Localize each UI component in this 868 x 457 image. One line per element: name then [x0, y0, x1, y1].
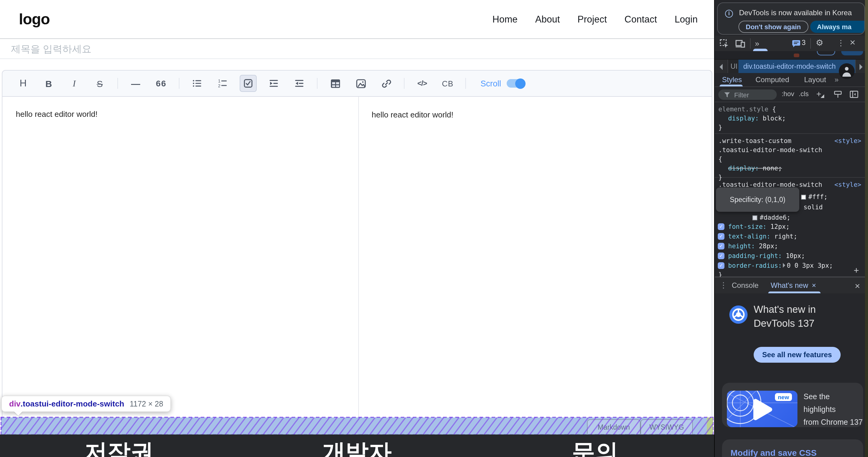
css-property-name[interactable]: height:	[728, 242, 755, 249]
nav-about[interactable]: About	[535, 14, 560, 25]
breadcrumb-selected-element[interactable]: div.toastui-editor-mode-switch	[738, 60, 855, 73]
highlights-card-text: See the highlights from Chrome 137	[804, 391, 863, 427]
title-input[interactable]	[0, 39, 714, 58]
link-button[interactable]	[378, 75, 395, 92]
chevron-right-icon	[859, 64, 862, 70]
strikethrough-button[interactable]: S	[91, 75, 108, 92]
bullet-list-button[interactable]	[189, 75, 206, 92]
highlights-card: new See the highlights from Chrome 137	[722, 383, 863, 427]
breadcrumb-back-button[interactable]	[715, 60, 728, 73]
image-button[interactable]	[352, 75, 369, 92]
italic-button[interactable]: I	[66, 75, 83, 92]
tab-layout[interactable]: Layout	[804, 73, 826, 86]
drawer-menu-icon[interactable]: ⋮	[720, 280, 727, 290]
css-property-value[interactable]: 0 0 3px 3px;	[787, 262, 833, 269]
console-messages-icon[interactable]	[792, 39, 801, 49]
task-list-button[interactable]	[240, 75, 257, 92]
color-swatch[interactable]	[801, 195, 806, 200]
devtools-menu-icon[interactable]: ⋮	[837, 38, 845, 48]
toggle-element-classes-button[interactable]: .cls	[799, 90, 809, 97]
more-panel-tabs-icon[interactable]: »	[835, 73, 838, 86]
css-property-name[interactable]: text-align:	[728, 233, 770, 240]
video-thumbnail[interactable]: new	[727, 391, 798, 427]
mode-tab-markdown[interactable]: Markdown	[587, 419, 641, 434]
rule-selector-line[interactable]: .write-toast-custom	[718, 137, 792, 144]
rule-selector-line[interactable]: .toastui-editor-mode-switch	[718, 181, 822, 188]
rendering-emulation-icon[interactable]	[834, 91, 842, 100]
markdown-editor-text[interactable]: hello react editor world!	[16, 110, 98, 119]
css-property-value[interactable]: block;	[763, 114, 786, 122]
css-property-name[interactable]: padding-right:	[728, 252, 782, 259]
css-property-name[interactable]: font-size:	[728, 223, 767, 230]
devtools-toolbar: » 3 ⚙ ⋮ ×	[715, 36, 865, 51]
rule-selector-line[interactable]: .toastui-editor-mode-switch	[718, 146, 822, 153]
always-match-button[interactable]: Always ma	[810, 21, 865, 33]
mode-tab-wysiwyg-label: WYSIWYG	[649, 423, 684, 430]
close-devtools-icon[interactable]: ×	[850, 37, 856, 48]
color-swatch[interactable]	[752, 215, 757, 220]
close-drawer-icon[interactable]: ×	[855, 278, 860, 294]
see-all-new-features-button[interactable]: See all new features	[754, 347, 840, 363]
horizontal-rule-button[interactable]: —	[127, 75, 144, 92]
breadcrumb-forward-button[interactable]	[855, 60, 865, 73]
property-enabled-checkbox[interactable]: ✓	[718, 223, 724, 230]
css-property-row: ✓ font-size: 12px;	[718, 222, 789, 231]
partial-property-border: solid	[804, 203, 823, 212]
site-header: logo Home About Project Contact Login	[0, 0, 714, 39]
outdent-button[interactable]	[291, 75, 308, 92]
css-property-value[interactable]: 10px;	[786, 252, 805, 259]
inline-rule-selector[interactable]: element.style	[718, 105, 768, 113]
css-property-name[interactable]: border-radius:	[728, 262, 782, 269]
bold-button[interactable]: B	[40, 75, 57, 92]
inline-code-button[interactable]: </>	[414, 75, 431, 92]
dont-show-again-button[interactable]: Don't show again	[738, 21, 808, 33]
css-property-value[interactable]: right;	[774, 233, 798, 240]
blockquote-button[interactable]: 66	[153, 75, 170, 92]
outdent-icon	[294, 79, 304, 88]
code-block-button[interactable]: CB	[439, 75, 456, 92]
heading-button[interactable]: H	[14, 75, 32, 92]
breadcrumb-previous-fragment[interactable]: UI	[731, 60, 738, 73]
desktop-wallpaper-edge	[865, 0, 868, 457]
css-property-row: ✓ height: 28px;	[718, 242, 778, 251]
site-logo[interactable]: logo	[19, 10, 50, 28]
close-tab-icon[interactable]: ×	[812, 277, 816, 293]
css-property-value[interactable]: 12px;	[770, 223, 789, 230]
indent-button[interactable]	[265, 75, 282, 92]
css-property-value[interactable]: none;	[763, 164, 782, 172]
new-style-rule-button[interactable]: +	[816, 89, 821, 99]
inspect-element-icon[interactable]	[720, 39, 729, 50]
indent-icon	[269, 79, 279, 88]
nav-project[interactable]: Project	[578, 14, 607, 25]
device-toolbar-icon[interactable]	[735, 39, 745, 50]
editor-toolbar: H B I S — 66 12	[2, 70, 712, 97]
add-property-button[interactable]: +	[854, 266, 859, 275]
property-enabled-checkbox[interactable]: ✓	[718, 243, 724, 249]
tab-whats-new[interactable]: What's new ×	[771, 277, 816, 293]
property-enabled-checkbox[interactable]: ✓	[718, 262, 724, 269]
css-property-name[interactable]: display:	[728, 164, 759, 172]
svg-text:1: 1	[218, 79, 220, 83]
whats-new-heading: What's new in DevTools 137	[754, 302, 816, 330]
expand-shorthand-icon[interactable]	[782, 263, 785, 268]
tab-console[interactable]: Console	[732, 277, 758, 293]
tab-computed[interactable]: Computed	[755, 73, 789, 86]
css-property-value[interactable]: 28px;	[759, 242, 778, 249]
nav-home[interactable]: Home	[492, 14, 518, 25]
more-tabs-icon[interactable]: »	[755, 38, 759, 49]
table-button[interactable]	[327, 75, 344, 92]
nav-contact[interactable]: Contact	[624, 14, 657, 25]
settings-gear-icon[interactable]: ⚙	[816, 38, 823, 48]
scroll-sync-toggle[interactable]	[507, 79, 525, 88]
property-enabled-checkbox[interactable]: ✓	[718, 252, 724, 259]
property-enabled-checkbox[interactable]: ✓	[718, 233, 724, 240]
ordered-list-button[interactable]: 12	[214, 75, 231, 92]
sidebar-toggle-icon[interactable]	[850, 91, 858, 99]
toggle-hover-state-button[interactable]: :hov	[782, 90, 795, 97]
nav-login[interactable]: Login	[675, 14, 698, 25]
modify-css-card[interactable]: Modify and save CSS	[722, 439, 863, 457]
mode-tab-wysiwyg[interactable]: WYSIWYG	[641, 419, 693, 434]
styles-filter-input[interactable]: Filter	[718, 89, 777, 100]
css-property-name[interactable]: display:	[728, 114, 759, 122]
editor-splitter[interactable]	[358, 97, 359, 418]
